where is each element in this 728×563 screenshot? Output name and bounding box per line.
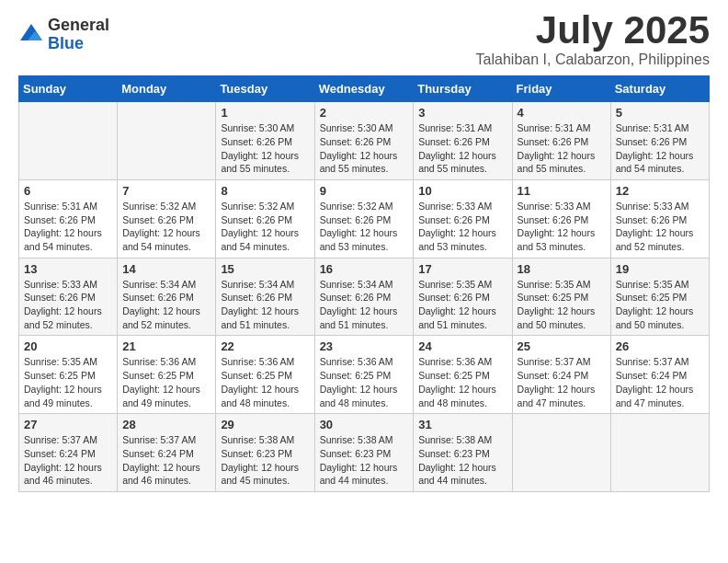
day-number: 1 [221, 106, 309, 120]
calendar-cell: 2Sunrise: 5:30 AMSunset: 6:26 PMDaylight… [314, 102, 414, 180]
logo-blue: Blue [48, 35, 109, 53]
calendar-cell: 17Sunrise: 5:35 AMSunset: 6:26 PMDayligh… [414, 258, 512, 336]
day-number: 3 [418, 106, 506, 120]
weekday-header-thursday: Thursday [414, 76, 512, 102]
calendar-cell: 30Sunrise: 5:38 AMSunset: 6:23 PMDayligh… [314, 414, 414, 492]
calendar-cell: 20Sunrise: 5:35 AMSunset: 6:25 PMDayligh… [19, 336, 118, 414]
day-number: 22 [221, 339, 309, 353]
calendar-cell: 9Sunrise: 5:32 AMSunset: 6:26 PMDaylight… [314, 179, 414, 258]
calendar-cell: 29Sunrise: 5:38 AMSunset: 6:23 PMDayligh… [216, 414, 314, 492]
calendar-cell: 18Sunrise: 5:35 AMSunset: 6:25 PMDayligh… [512, 258, 610, 336]
day-info: Sunrise: 5:33 AMSunset: 6:26 PMDaylight:… [24, 278, 112, 332]
day-info: Sunrise: 5:38 AMSunset: 6:23 PMDaylight:… [320, 433, 409, 488]
calendar-cell: 8Sunrise: 5:32 AMSunset: 6:26 PMDaylight… [216, 179, 314, 258]
day-number: 14 [122, 262, 210, 276]
day-info: Sunrise: 5:36 AMSunset: 6:25 PMDaylight:… [320, 355, 409, 409]
day-number: 30 [320, 418, 409, 431]
calendar-week-4: 20Sunrise: 5:35 AMSunset: 6:25 PMDayligh… [19, 336, 710, 414]
logo: General Blue [18, 17, 109, 53]
day-info: Sunrise: 5:37 AMSunset: 6:24 PMDaylight:… [616, 355, 704, 409]
calendar-cell: 22Sunrise: 5:36 AMSunset: 6:25 PMDayligh… [216, 336, 314, 414]
day-number: 13 [24, 262, 112, 276]
day-number: 6 [24, 184, 112, 198]
weekday-header-sunday: Sunday [19, 76, 118, 102]
day-info: Sunrise: 5:36 AMSunset: 6:25 PMDaylight:… [221, 355, 309, 409]
day-info: Sunrise: 5:37 AMSunset: 6:24 PMDaylight:… [518, 355, 606, 409]
day-number: 9 [320, 184, 409, 198]
day-number: 31 [418, 418, 506, 431]
calendar-cell: 7Sunrise: 5:32 AMSunset: 6:26 PMDaylight… [118, 179, 216, 258]
day-info: Sunrise: 5:35 AMSunset: 6:26 PMDaylight:… [418, 278, 506, 332]
title-block: July 2025 Talahiban I, Calabarzon, Phili… [476, 9, 710, 68]
day-info: Sunrise: 5:36 AMSunset: 6:25 PMDaylight:… [122, 355, 210, 409]
day-info: Sunrise: 5:35 AMSunset: 6:25 PMDaylight:… [24, 355, 112, 409]
logo-icon [18, 22, 44, 48]
calendar-cell: 19Sunrise: 5:35 AMSunset: 6:25 PMDayligh… [610, 258, 709, 336]
day-info: Sunrise: 5:31 AMSunset: 6:26 PMDaylight:… [24, 200, 112, 254]
day-number: 27 [24, 418, 112, 431]
day-number: 15 [221, 262, 309, 276]
day-info: Sunrise: 5:35 AMSunset: 6:25 PMDaylight:… [616, 278, 704, 332]
weekday-header-monday: Monday [118, 76, 216, 102]
day-info: Sunrise: 5:36 AMSunset: 6:25 PMDaylight:… [418, 355, 506, 409]
calendar-cell: 14Sunrise: 5:34 AMSunset: 6:26 PMDayligh… [118, 258, 216, 336]
day-number: 10 [418, 184, 506, 198]
calendar-cell [512, 414, 610, 492]
day-info: Sunrise: 5:38 AMSunset: 6:23 PMDaylight:… [418, 433, 506, 488]
calendar-cell: 11Sunrise: 5:33 AMSunset: 6:26 PMDayligh… [512, 179, 610, 258]
calendar-cell: 1Sunrise: 5:30 AMSunset: 6:26 PMDaylight… [216, 102, 314, 180]
weekday-header-row: SundayMondayTuesdayWednesdayThursdayFrid… [19, 76, 710, 102]
day-number: 17 [418, 262, 506, 276]
calendar-cell: 3Sunrise: 5:31 AMSunset: 6:26 PMDaylight… [414, 102, 512, 180]
day-info: Sunrise: 5:38 AMSunset: 6:23 PMDaylight:… [221, 433, 309, 488]
calendar-cell [610, 414, 709, 492]
day-number: 7 [122, 184, 210, 198]
weekday-header-wednesday: Wednesday [314, 76, 414, 102]
day-number: 11 [518, 184, 606, 198]
day-info: Sunrise: 5:34 AMSunset: 6:26 PMDaylight:… [221, 278, 309, 332]
day-number: 21 [122, 339, 210, 353]
day-info: Sunrise: 5:32 AMSunset: 6:26 PMDaylight:… [122, 200, 210, 254]
month-title: July 2025 [476, 9, 710, 52]
calendar-cell: 12Sunrise: 5:33 AMSunset: 6:26 PMDayligh… [610, 179, 709, 258]
day-number: 24 [418, 339, 506, 353]
day-info: Sunrise: 5:34 AMSunset: 6:26 PMDaylight:… [122, 278, 210, 332]
calendar-cell: 26Sunrise: 5:37 AMSunset: 6:24 PMDayligh… [610, 336, 709, 414]
calendar-week-1: 1Sunrise: 5:30 AMSunset: 6:26 PMDaylight… [19, 102, 710, 180]
day-info: Sunrise: 5:37 AMSunset: 6:24 PMDaylight:… [24, 433, 112, 488]
day-info: Sunrise: 5:32 AMSunset: 6:26 PMDaylight:… [221, 200, 309, 254]
day-info: Sunrise: 5:30 AMSunset: 6:26 PMDaylight:… [221, 121, 309, 176]
day-number: 29 [221, 418, 309, 431]
calendar-cell: 21Sunrise: 5:36 AMSunset: 6:25 PMDayligh… [118, 336, 216, 414]
day-info: Sunrise: 5:33 AMSunset: 6:26 PMDaylight:… [616, 200, 704, 254]
day-info: Sunrise: 5:31 AMSunset: 6:26 PMDaylight:… [418, 121, 506, 176]
calendar-table: SundayMondayTuesdayWednesdayThursdayFrid… [18, 75, 710, 492]
day-number: 25 [518, 339, 606, 353]
location-title: Talahiban I, Calabarzon, Philippines [476, 52, 710, 68]
calendar-cell: 10Sunrise: 5:33 AMSunset: 6:26 PMDayligh… [414, 179, 512, 258]
day-number: 20 [24, 339, 112, 353]
calendar-cell: 13Sunrise: 5:33 AMSunset: 6:26 PMDayligh… [19, 258, 118, 336]
day-info: Sunrise: 5:32 AMSunset: 6:26 PMDaylight:… [320, 200, 409, 254]
day-info: Sunrise: 5:30 AMSunset: 6:26 PMDaylight:… [320, 121, 409, 176]
day-info: Sunrise: 5:35 AMSunset: 6:25 PMDaylight:… [518, 278, 606, 332]
day-info: Sunrise: 5:33 AMSunset: 6:26 PMDaylight:… [418, 200, 506, 254]
weekday-header-saturday: Saturday [610, 76, 709, 102]
day-number: 18 [518, 262, 606, 276]
calendar-cell: 28Sunrise: 5:37 AMSunset: 6:24 PMDayligh… [118, 414, 216, 492]
day-number: 16 [320, 262, 409, 276]
day-number: 26 [616, 339, 704, 353]
day-number: 2 [320, 106, 409, 120]
logo-text: General Blue [48, 17, 109, 53]
calendar-cell: 25Sunrise: 5:37 AMSunset: 6:24 PMDayligh… [512, 336, 610, 414]
calendar-week-5: 27Sunrise: 5:37 AMSunset: 6:24 PMDayligh… [19, 414, 710, 492]
calendar-cell: 4Sunrise: 5:31 AMSunset: 6:26 PMDaylight… [512, 102, 610, 180]
calendar-cell: 6Sunrise: 5:31 AMSunset: 6:26 PMDaylight… [19, 179, 118, 258]
calendar-cell: 23Sunrise: 5:36 AMSunset: 6:25 PMDayligh… [314, 336, 414, 414]
calendar-week-2: 6Sunrise: 5:31 AMSunset: 6:26 PMDaylight… [19, 179, 710, 258]
calendar-cell: 31Sunrise: 5:38 AMSunset: 6:23 PMDayligh… [414, 414, 512, 492]
page-header: General Blue July 2025 Talahiban I, Cala… [18, 9, 710, 68]
calendar-cell [118, 102, 216, 180]
calendar-cell: 27Sunrise: 5:37 AMSunset: 6:24 PMDayligh… [19, 414, 118, 492]
day-info: Sunrise: 5:34 AMSunset: 6:26 PMDaylight:… [320, 278, 409, 332]
